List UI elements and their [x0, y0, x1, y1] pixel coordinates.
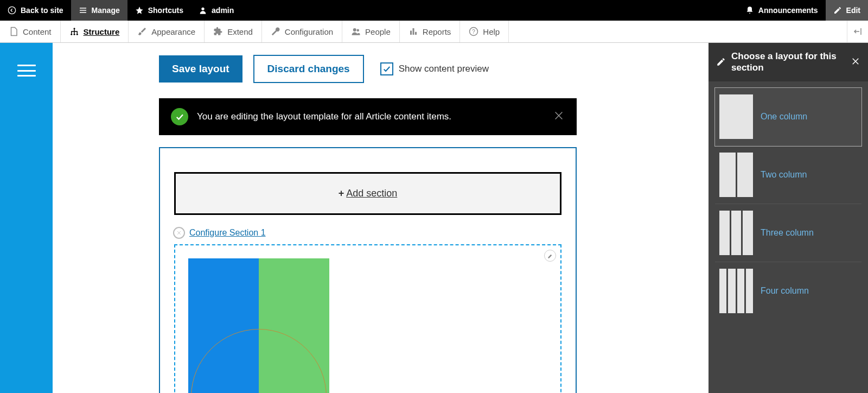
tab-appearance[interactable]: Appearance [129, 21, 205, 42]
back-to-site-link[interactable]: Back to site [0, 0, 71, 21]
check-icon [382, 65, 391, 73]
pencil-icon [547, 253, 553, 259]
save-layout-button[interactable]: Save layout [159, 55, 242, 83]
hamburger-icon [79, 6, 87, 15]
manage-label: Manage [92, 6, 120, 15]
tab-reports[interactable]: Reports [400, 21, 461, 42]
three-column-thumb-icon [719, 211, 753, 255]
tab-structure-label: Structure [84, 27, 120, 36]
structure-icon [69, 27, 79, 36]
success-icon [171, 108, 188, 125]
layout-option-four-column[interactable]: Four column [715, 262, 861, 320]
shortcuts-label: Shortcuts [148, 6, 183, 15]
offcanvas-title: Choose a layout for this section [731, 50, 845, 74]
edit-label: Edit [846, 6, 860, 15]
svg-point-0 [8, 7, 15, 14]
tab-content-label: Content [23, 27, 52, 36]
announcements-link[interactable]: Announcements [738, 0, 826, 21]
site-left-rail [0, 43, 53, 393]
status-notice: You are editing the layout template for … [159, 98, 577, 135]
layout-canvas: +Add section Configure Section 1 [159, 147, 577, 393]
layout-option-two-column[interactable]: Two column [715, 146, 861, 204]
discard-changes-button[interactable]: Discard changes [253, 55, 364, 83]
layout-option-one-column[interactable]: One column [715, 88, 861, 146]
bar-chart-icon [409, 27, 418, 36]
collapse-tray-button[interactable] [847, 21, 868, 42]
content-preview-checkbox[interactable] [380, 62, 393, 75]
tab-extend[interactable]: Extend [205, 21, 262, 42]
edit-block-button[interactable] [544, 250, 556, 262]
svg-point-5 [76, 34, 78, 35]
tab-configuration-label: Configuration [285, 27, 333, 36]
notice-close-button[interactable] [553, 110, 565, 124]
admin-toolbar: Back to site Manage Shortcuts admin Anno… [0, 0, 868, 21]
tab-people[interactable]: People [342, 21, 400, 42]
remove-section-button[interactable] [173, 227, 185, 239]
tab-help[interactable]: ? Help [460, 21, 509, 42]
four-column-thumb-icon [719, 269, 753, 313]
bell-icon [745, 6, 754, 15]
edit-link[interactable]: Edit [826, 0, 868, 21]
admin-tabs: Content Structure Appearance Extend Conf… [0, 21, 868, 43]
pencil-icon [833, 6, 842, 15]
tab-extend-label: Extend [227, 27, 253, 36]
tab-help-label: Help [483, 27, 500, 36]
tab-content[interactable]: Content [0, 21, 61, 42]
file-icon [9, 27, 18, 36]
x-icon [176, 230, 182, 236]
add-section-button[interactable]: +Add section [174, 172, 561, 215]
user-label: admin [212, 6, 234, 15]
layout-option-label: Two column [761, 170, 807, 180]
close-icon [851, 56, 860, 66]
svg-point-3 [71, 34, 72, 35]
layout-option-label: Four column [761, 286, 809, 296]
layout-chooser-panel: Choose a layout for this section One col… [709, 43, 868, 393]
svg-point-7 [357, 29, 360, 32]
back-arrow-icon [8, 6, 16, 15]
placeholder-image [188, 258, 329, 393]
user-link[interactable]: admin [191, 0, 241, 21]
shortcuts-link[interactable]: Shortcuts [127, 0, 191, 21]
people-icon [351, 27, 361, 36]
configure-section-link[interactable]: Configure Section 1 [189, 228, 266, 238]
svg-rect-9 [412, 28, 414, 35]
manage-link[interactable]: Manage [71, 0, 127, 21]
layout-option-label: Three column [761, 228, 814, 238]
menu-toggle-button[interactable] [17, 65, 36, 77]
svg-point-2 [73, 28, 75, 29]
tab-configuration[interactable]: Configuration [262, 21, 342, 42]
tab-appearance-label: Appearance [151, 27, 195, 36]
layout-region[interactable] [174, 244, 561, 393]
help-icon: ? [469, 27, 478, 36]
user-icon [199, 6, 207, 15]
wrench-icon [271, 27, 280, 36]
two-column-thumb-icon [719, 153, 753, 197]
svg-point-6 [353, 28, 356, 31]
layout-option-label: One column [761, 112, 807, 122]
offcanvas-close-button[interactable] [851, 56, 860, 68]
plus-icon: + [339, 188, 344, 199]
one-column-thumb-icon [719, 94, 753, 139]
tab-people-label: People [365, 27, 391, 36]
layout-option-three-column[interactable]: Three column [715, 204, 861, 262]
svg-point-1 [201, 8, 204, 10]
svg-rect-10 [415, 32, 417, 35]
svg-rect-8 [410, 31, 412, 35]
brush-icon [137, 27, 147, 36]
close-icon [553, 110, 565, 122]
pencil-icon [716, 57, 726, 67]
collapse-icon [853, 27, 863, 36]
tab-structure[interactable]: Structure [61, 21, 129, 42]
star-icon [135, 6, 144, 15]
add-section-label: Add section [346, 188, 397, 199]
tab-reports-label: Reports [423, 27, 451, 36]
svg-point-4 [73, 34, 75, 35]
svg-text:?: ? [472, 28, 475, 35]
content-preview-label: Show content preview [399, 64, 489, 74]
back-to-site-label: Back to site [21, 6, 63, 15]
announcements-label: Announcements [758, 6, 818, 15]
notice-text: You are editing the layout template for … [197, 111, 451, 122]
puzzle-icon [213, 27, 223, 36]
